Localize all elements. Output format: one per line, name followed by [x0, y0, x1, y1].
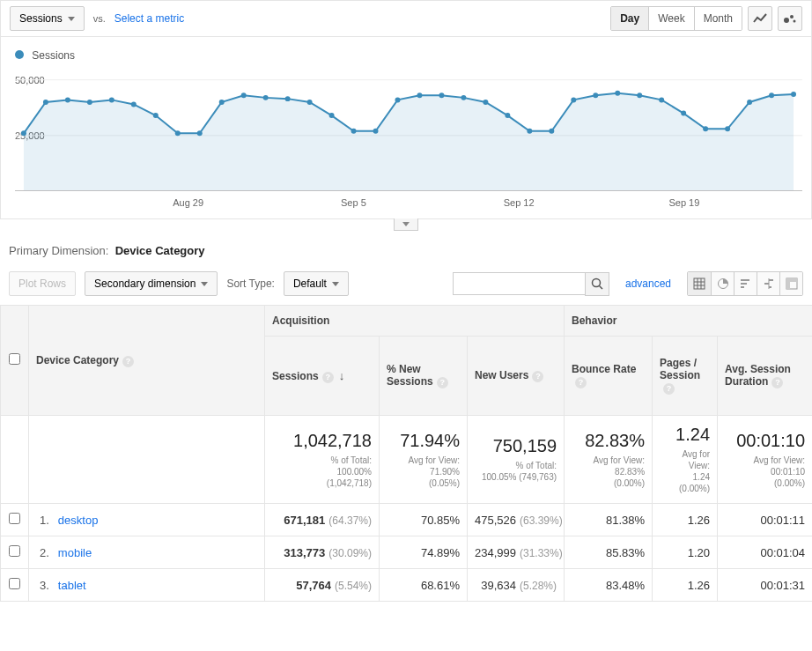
pie-icon [717, 277, 729, 290]
svg-line-43 [599, 286, 602, 290]
svg-point-30 [571, 97, 576, 102]
row-checkbox[interactable] [9, 545, 20, 557]
secondary-dimension-dropdown[interactable]: Secondary dimension [85, 271, 218, 296]
dimension-value: desktop [58, 514, 99, 527]
advanced-filter-link[interactable]: advanced [625, 277, 671, 290]
summary-sessions: 1,042,718% of Total:100.00%(1,042,718) [265, 416, 380, 504]
table-group-header-row: Device Category? Acquisition Behavior [1, 306, 813, 337]
caret-down-icon [402, 222, 410, 226]
avg-session-duration-cell: 00:01:11 [718, 504, 812, 536]
avg-session-duration-header[interactable]: Avg. Session Duration? [718, 337, 812, 416]
svg-rect-44 [694, 278, 705, 289]
granularity-week-button[interactable]: Week [648, 7, 693, 30]
bounce-rate-header[interactable]: Bounce Rate? [565, 337, 653, 416]
help-icon[interactable]: ? [437, 377, 448, 388]
avg-session-duration-cell: 00:01:04 [718, 536, 812, 569]
help-icon[interactable]: ? [322, 372, 334, 383]
select-all-checkbox[interactable] [9, 353, 20, 365]
search-input[interactable] [453, 272, 585, 295]
summary-avg-session-duration: 00:01:10Avg for View:00:01:10(0.00%) [718, 416, 812, 504]
caret-down-icon [201, 282, 208, 286]
expand-chart-handle[interactable] [394, 218, 418, 231]
help-icon[interactable]: ? [771, 377, 783, 388]
svg-point-7 [65, 97, 70, 102]
new-users-header[interactable]: New Users? [468, 337, 565, 416]
svg-rect-59 [786, 278, 797, 282]
chart-frame: 50,000 25,000 Aug 29 Sep 5 Sep 12 Sep 19 [15, 69, 802, 218]
dimension-header[interactable]: Device Category? [29, 306, 265, 416]
svg-point-40 [791, 92, 796, 97]
bounce-rate-cell: 83.48% [565, 569, 653, 602]
primary-dimension-row: Primary Dimension: Device Category [0, 232, 812, 266]
row-checkbox[interactable] [9, 578, 20, 589]
svg-point-19 [329, 113, 335, 118]
granularity-segmented-control: Day Week Month [610, 6, 742, 31]
svg-point-27 [505, 113, 510, 118]
svg-point-23 [417, 92, 422, 98]
svg-point-11 [153, 113, 159, 118]
view-data-table-button[interactable] [688, 272, 711, 295]
help-icon[interactable]: ? [575, 377, 587, 388]
sessions-header[interactable]: Sessions?↓ [265, 337, 380, 416]
search-button[interactable] [585, 272, 609, 296]
svg-point-36 [703, 126, 708, 131]
dimension-cell[interactable]: 1.desktop [29, 504, 265, 536]
primary-dimension-label: Primary Dimension: [9, 244, 108, 257]
svg-point-10 [131, 101, 137, 107]
svg-point-38 [747, 100, 752, 105]
dimension-cell[interactable]: 3.tablet [29, 569, 265, 602]
pages-per-session-header[interactable]: Pages / Session? [653, 337, 718, 416]
svg-point-31 [593, 92, 598, 98]
svg-point-32 [615, 91, 620, 96]
view-comparison-button[interactable] [757, 272, 779, 295]
primary-metric-label: Sessions [19, 12, 63, 25]
table-summary-row: 1,042,718% of Total:100.00%(1,042,718) 7… [1, 416, 813, 504]
select-compare-metric-link[interactable]: Select a metric [114, 12, 184, 25]
svg-point-18 [307, 100, 313, 105]
behavior-group-header: Behavior [565, 306, 812, 337]
sort-type-dropdown[interactable]: Default [284, 271, 349, 296]
new-users-cell: 234,999(31.33%) [468, 536, 565, 569]
svg-point-13 [197, 130, 203, 136]
sessions-cell: 57,764(5.54%) [265, 569, 380, 602]
svg-point-15 [241, 92, 247, 98]
primary-metric-dropdown[interactable]: Sessions [10, 6, 85, 31]
caret-down-icon [332, 282, 339, 286]
svg-point-6 [43, 100, 48, 105]
granularity-month-button[interactable]: Month [694, 7, 742, 30]
dimension-value: mobile [58, 546, 92, 559]
svg-rect-50 [741, 279, 749, 281]
svg-point-25 [461, 95, 466, 100]
view-performance-button[interactable] [734, 272, 757, 295]
avg-session-duration-cell: 00:01:31 [718, 569, 812, 602]
line-chart-toggle-button[interactable] [748, 6, 772, 31]
granularity-day-button[interactable]: Day [611, 7, 648, 30]
help-icon[interactable]: ? [532, 371, 543, 382]
help-icon[interactable]: ? [122, 356, 134, 367]
svg-rect-51 [741, 283, 747, 285]
line-chart-icon [753, 12, 767, 25]
svg-point-5 [21, 130, 26, 136]
help-icon[interactable]: ? [663, 383, 675, 395]
pct-new-sessions-header[interactable]: % New Sessions? [380, 337, 468, 416]
row-checkbox[interactable] [9, 513, 20, 524]
table-icon [693, 277, 705, 290]
chart-panel: Sessions 50,000 25,000 Aug 29 Sep 5 Sep … [0, 36, 812, 219]
pct-new-sessions-cell: 68.61% [380, 569, 468, 602]
view-percentage-button[interactable] [711, 272, 734, 295]
svg-point-24 [439, 92, 444, 98]
sort-desc-icon: ↓ [339, 369, 345, 382]
motion-chart-toggle-button[interactable] [778, 6, 802, 31]
summary-pages-per-session: 1.24Avg for View:1.24(0.00%) [653, 416, 718, 504]
svg-point-1 [790, 15, 794, 18]
plot-rows-button[interactable]: Plot Rows [9, 271, 76, 296]
view-pivot-button[interactable] [779, 272, 802, 295]
pages-per-session-cell: 1.20 [653, 536, 718, 569]
dimension-cell[interactable]: 2.mobile [29, 536, 265, 569]
summary-pct-new-sessions: 71.94%Avg for View:71.90%(0.05%) [380, 416, 468, 504]
sort-type-value: Default [293, 277, 327, 290]
sessions-line-chart[interactable] [15, 69, 802, 191]
pct-new-sessions-cell: 70.85% [380, 504, 468, 536]
svg-point-28 [527, 129, 532, 134]
svg-point-35 [681, 111, 686, 116]
